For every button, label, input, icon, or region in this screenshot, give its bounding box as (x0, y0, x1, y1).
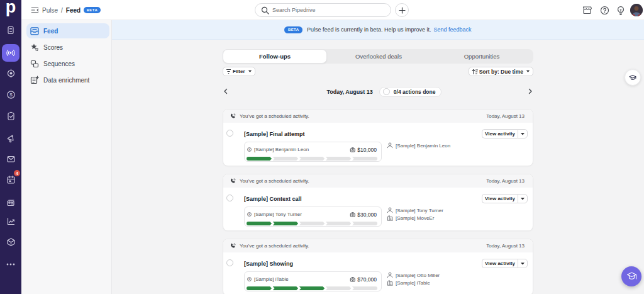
svg-text:$: $ (248, 278, 250, 281)
svg-text:$: $ (248, 213, 250, 216)
svg-text:$: $ (9, 92, 13, 98)
svg-text:$: $ (248, 148, 250, 151)
